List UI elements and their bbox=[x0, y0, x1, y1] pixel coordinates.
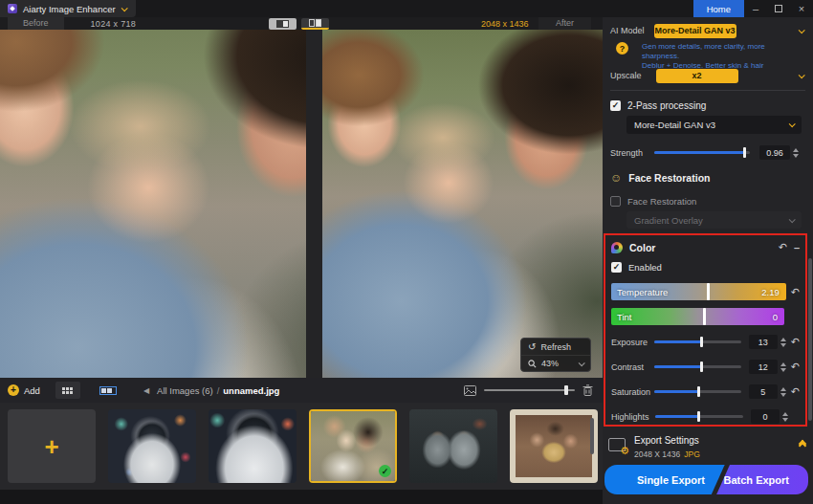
thumbnail-strip-scrollbar[interactable] bbox=[590, 418, 594, 454]
two-pass-model-dropdown[interactable]: More-Detail GAN v3 bbox=[626, 116, 802, 134]
strength-row: Strength 0.96 bbox=[610, 145, 803, 160]
ai-model-value-button[interactable]: More-Detail GAN v3 bbox=[654, 24, 736, 38]
face-restoration-row: Face Restoration bbox=[610, 194, 803, 208]
app-menu-chevron-icon bbox=[121, 5, 127, 11]
exposure-reset-icon[interactable]: ↶ bbox=[791, 337, 800, 347]
viewer-header: Before 1024 x 718 2048 x 1436 After bbox=[0, 17, 603, 30]
face-mode-chevron-icon bbox=[789, 216, 796, 223]
back-arrow-icon[interactable]: ◀ bbox=[143, 386, 149, 395]
tint-label: Tint bbox=[617, 312, 631, 322]
thumbnail-size-icon bbox=[464, 385, 476, 396]
temperature-handle[interactable] bbox=[707, 283, 710, 300]
color-header: Color ↶ – bbox=[611, 240, 800, 254]
after-photo bbox=[322, 30, 603, 378]
thumbnail-astronaut-1[interactable] bbox=[108, 409, 196, 483]
highlights-slider[interactable] bbox=[655, 415, 743, 418]
color-enabled-label: Enabled bbox=[628, 262, 662, 273]
temperature-slider[interactable]: Temperature 2.19 bbox=[611, 283, 786, 300]
color-collapse-icon[interactable]: – bbox=[794, 242, 800, 253]
highlights-handle[interactable] bbox=[697, 411, 700, 422]
export-expand-icon[interactable] bbox=[800, 441, 805, 449]
ai-model-chevron-icon[interactable] bbox=[799, 27, 805, 33]
current-file-name: unnamed.jpg bbox=[223, 385, 279, 396]
thumbnail-dog-family[interactable] bbox=[510, 409, 598, 483]
contrast-stepper[interactable] bbox=[780, 362, 786, 372]
color-enabled-row: ✓ Enabled bbox=[611, 261, 800, 274]
exposure-handle[interactable] bbox=[700, 337, 703, 347]
tint-handle[interactable] bbox=[703, 308, 706, 325]
temperature-reset-icon[interactable]: ↶ bbox=[791, 287, 800, 297]
zoom-chevron-icon bbox=[579, 360, 585, 366]
exposure-slider[interactable] bbox=[654, 340, 741, 343]
export-format: JPG bbox=[684, 449, 700, 459]
contrast-slider[interactable] bbox=[654, 365, 741, 368]
thumbnail-size-handle[interactable] bbox=[564, 385, 568, 395]
app-menu[interactable]: Aiarty Image Enhancer bbox=[0, 0, 136, 17]
home-button[interactable]: Home bbox=[693, 0, 744, 17]
tint-slider[interactable]: Tint 0 bbox=[611, 308, 784, 325]
add-image-icon: + bbox=[44, 434, 58, 459]
color-enabled-checkbox[interactable]: ✓ bbox=[611, 262, 622, 273]
breadcrumb-all-images[interactable]: All Images (6) bbox=[157, 385, 213, 396]
highlights-stepper[interactable] bbox=[782, 412, 788, 422]
side-by-side-view-toggle[interactable] bbox=[301, 18, 329, 30]
face-restoration-checkbox[interactable] bbox=[610, 196, 621, 207]
after-tab[interactable]: After bbox=[538, 17, 591, 30]
before-tab[interactable]: Before bbox=[8, 17, 64, 30]
face-icon: ☺ bbox=[610, 172, 622, 184]
zoom-level-dropdown[interactable]: 43% bbox=[521, 355, 590, 371]
maximize-button[interactable] bbox=[767, 0, 790, 17]
refresh-label: Refresh bbox=[540, 342, 571, 352]
strength-slider[interactable] bbox=[654, 151, 750, 154]
gear-icon: ⚙ bbox=[620, 446, 629, 456]
upscale-value-button[interactable]: x2 bbox=[656, 69, 738, 83]
thumbnail-hoodie-pair[interactable] bbox=[409, 409, 497, 483]
tint-row: Tint 0 bbox=[611, 308, 800, 325]
trash-icon[interactable] bbox=[582, 384, 593, 396]
color-reset-icon[interactable]: ↶ bbox=[779, 242, 787, 252]
add-label: Add bbox=[24, 385, 40, 396]
split-view-icon bbox=[276, 20, 289, 28]
strength-handle[interactable] bbox=[743, 147, 746, 158]
highlights-label: Highlights bbox=[611, 412, 655, 422]
panel-scrollbar[interactable] bbox=[808, 258, 812, 421]
thumbnail-astronaut-2[interactable] bbox=[209, 409, 297, 483]
exposure-row: Exposure 13 ↶ bbox=[611, 335, 800, 349]
strength-stepper[interactable] bbox=[793, 148, 799, 158]
filmstrip-view-button[interactable] bbox=[94, 382, 122, 399]
saturation-stepper[interactable] bbox=[780, 387, 786, 397]
thumbnail-size-slider[interactable] bbox=[484, 389, 575, 391]
refresh-button[interactable]: ↺ Refresh bbox=[521, 339, 590, 355]
saturation-slider[interactable] bbox=[654, 390, 741, 393]
split-view-toggle[interactable] bbox=[269, 18, 297, 30]
minimize-button[interactable]: – bbox=[744, 0, 767, 17]
thumbnail-add-tile[interactable]: + bbox=[8, 409, 96, 483]
grid-view-button[interactable] bbox=[55, 382, 80, 399]
dog-family-photo bbox=[516, 415, 592, 477]
after-image[interactable]: ↺ Refresh 43% bbox=[322, 30, 603, 378]
export-settings-row[interactable]: ⚙ Export Settings 2048 X 1436JPG bbox=[608, 430, 805, 459]
thumbnail-selected-family[interactable]: ✓ bbox=[309, 409, 397, 483]
highlights-value[interactable]: 0 bbox=[751, 409, 780, 424]
close-button[interactable]: × bbox=[790, 0, 813, 17]
saturation-value[interactable]: 5 bbox=[749, 384, 778, 399]
strength-value[interactable]: 0.96 bbox=[759, 145, 790, 160]
exposure-value[interactable]: 13 bbox=[749, 335, 778, 349]
contrast-handle[interactable] bbox=[700, 362, 703, 372]
saturation-reset-icon[interactable]: ↶ bbox=[791, 386, 800, 397]
two-pass-checkbox[interactable]: ✓ bbox=[610, 100, 621, 111]
palette-icon bbox=[611, 242, 623, 253]
face-mode-dropdown[interactable]: Gradient Overlay bbox=[626, 211, 802, 229]
exposure-stepper[interactable] bbox=[780, 338, 786, 347]
before-image[interactable] bbox=[0, 30, 306, 378]
saturation-handle[interactable] bbox=[697, 386, 700, 397]
add-button[interactable]: + Add bbox=[8, 384, 40, 396]
face-restoration-label: Face Restoration bbox=[627, 196, 696, 207]
contrast-value[interactable]: 12 bbox=[749, 360, 778, 374]
color-section: Color ↶ – ✓ Enabled Temperature 2.19 ↶ T… bbox=[604, 233, 807, 427]
help-icon[interactable]: ? bbox=[616, 42, 628, 55]
export-settings-icon: ⚙ bbox=[608, 438, 626, 451]
contrast-reset-icon[interactable]: ↶ bbox=[791, 362, 800, 372]
ai-model-description: Gen more details, more clarity, more sha… bbox=[642, 42, 790, 71]
upscale-chevron-icon[interactable] bbox=[799, 72, 805, 78]
